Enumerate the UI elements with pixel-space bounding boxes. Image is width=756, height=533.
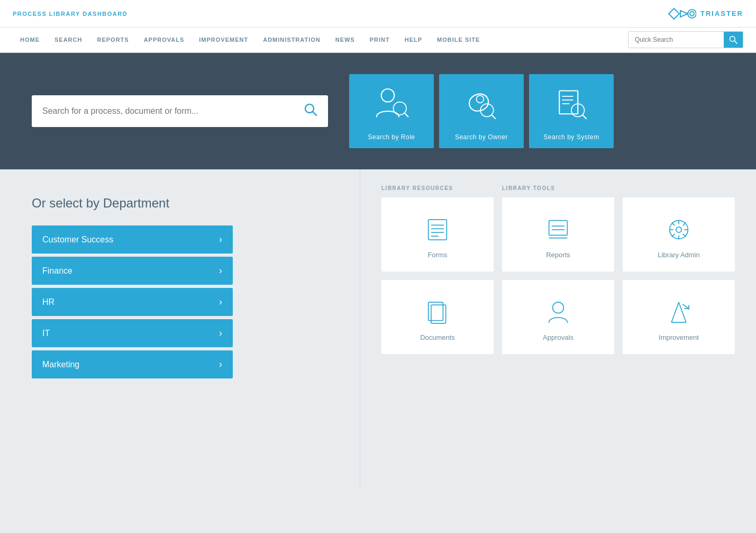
svg-marker-0 [669,8,679,19]
hero-tile-search-by-role[interactable]: Search by Role [349,74,434,148]
nav-item-administration[interactable]: ADMINISTRATION [256,28,328,53]
tool-tile-forms[interactable]: Forms [381,197,494,272]
library-resources-heading: LIBRARY RESOURCES [381,185,494,191]
right-panel: LIBRARY RESOURCES LIBRARY TOOLS Forms [360,169,756,487]
hero-tile-search-by-system[interactable]: Search by System [529,74,614,148]
tool-tile-approvals[interactable]: Approvals [502,280,614,354]
left-panel: Or select by Department Customer Success… [0,169,360,487]
svg-line-42 [671,302,679,322]
nav-items: HOME SEARCH REPORTS APPROVALS IMPROVEMEN… [13,28,628,52]
svg-point-3 [690,12,694,16]
svg-point-41 [553,302,564,313]
department-list: Customer Success › Finance › HR › IT › M… [32,225,233,378]
nav-item-improvement[interactable]: IMPROVEMENT [192,28,256,53]
main-search-input[interactable] [42,106,297,116]
nav-item-help[interactable]: HELP [397,28,430,53]
dept-item-customer-success[interactable]: Customer Success › [32,225,233,254]
main-content: Or select by Department Customer Success… [0,169,756,487]
hero-tile-search-by-owner[interactable]: Search by Owner [439,74,524,148]
svg-rect-25 [549,220,568,235]
svg-rect-20 [429,219,447,239]
quick-search-input[interactable] [629,31,724,48]
nav-item-print[interactable]: PRINT [362,28,397,53]
reports-icon [544,216,572,243]
nav-item-home[interactable]: HOME [13,28,47,53]
svg-line-35 [672,222,675,225]
tools-row-1: Forms Reports [381,197,735,272]
tool-tile-library-admin[interactable]: Library Admin [623,197,735,272]
dept-item-label: Marketing [42,360,79,369]
nav-item-search[interactable]: SEARCH [47,28,89,53]
documents-icon [424,299,451,326]
tool-tile-approvals-label: Approvals [543,333,573,341]
app-title: PROCESS LIBRARY DASHBOARD [13,11,127,17]
nav-item-news[interactable]: NEWS [328,28,362,53]
system-icon [553,74,590,133]
top-bar: PROCESS LIBRARY DASHBOARD TRIASTER [0,0,756,28]
owner-icon [463,74,500,133]
chevron-right-icon: › [219,234,222,245]
chevron-right-icon: › [219,328,222,339]
svg-point-11 [476,95,484,103]
hero-tile-role-label: Search by Role [368,133,415,141]
main-search-icon[interactable] [304,103,317,120]
svg-line-5 [734,41,737,43]
hero-tile-owner-label: Search by Owner [455,133,508,141]
svg-point-4 [730,37,735,42]
dept-item-it[interactable]: IT › [32,319,233,347]
tool-tile-improvement[interactable]: Improvement [623,280,735,354]
search-icon [729,35,737,44]
nav-item-reports[interactable]: REPORTS [89,28,136,53]
svg-line-7 [313,112,316,115]
svg-line-38 [672,233,675,237]
quick-search-area [628,31,743,48]
dept-item-label: Customer Success [42,235,113,245]
svg-line-10 [405,113,408,117]
dept-item-label: Finance [42,266,72,276]
chevron-right-icon: › [219,265,222,276]
svg-point-8 [381,89,395,102]
svg-line-37 [683,222,686,225]
dept-item-label: HR [42,297,54,307]
nav-item-mobile-site[interactable]: MOBILE SITE [430,28,487,53]
dept-item-hr[interactable]: HR › [32,288,233,316]
svg-line-36 [683,233,686,237]
library-admin-icon [665,216,693,243]
quick-search-button[interactable] [724,31,743,48]
svg-marker-1 [680,11,688,17]
main-search-box [32,95,328,127]
svg-line-19 [582,115,586,119]
improvement-icon [665,299,693,326]
department-section-title: Or select by Department [32,196,328,211]
approvals-icon [544,299,572,326]
tool-tile-forms-label: Forms [428,251,448,259]
dept-item-finance[interactable]: Finance › [32,257,233,285]
dept-item-label: IT [42,329,50,338]
svg-rect-14 [559,91,578,114]
tools-row-2: Documents Approvals [381,280,735,354]
chevron-right-icon: › [219,359,222,370]
tool-tile-documents[interactable]: Documents [381,280,494,354]
chevron-right-icon: › [219,296,222,308]
nav-bar: HOME SEARCH REPORTS APPROVALS IMPROVEMEN… [0,28,756,53]
svg-line-45 [682,304,689,309]
nav-item-approvals[interactable]: APPROVALS [136,28,192,53]
main-search-wrap [32,95,328,127]
svg-line-43 [679,302,686,322]
forms-icon [424,216,451,243]
logo-text: TRIASTER [700,10,743,17]
tool-tile-reports[interactable]: Reports [502,197,614,272]
hero-section: Search by Role Search by Owner [0,53,756,169]
svg-point-30 [676,227,681,232]
logo-area: TRIASTER [664,6,743,21]
hero-tile-system-label: Search by System [543,133,599,141]
tool-tile-reports-label: Reports [546,251,570,259]
hero-tiles: Search by Role Search by Owner [349,74,614,148]
tool-tile-library-admin-label: Library Admin [658,251,699,259]
dept-item-marketing[interactable]: Marketing › [32,350,233,378]
svg-line-13 [491,115,495,119]
role-icon [373,74,410,133]
triaster-logo-icon [664,6,696,21]
tool-tile-documents-label: Documents [420,333,455,341]
library-tools-heading: LIBRARY TOOLS [502,185,614,191]
